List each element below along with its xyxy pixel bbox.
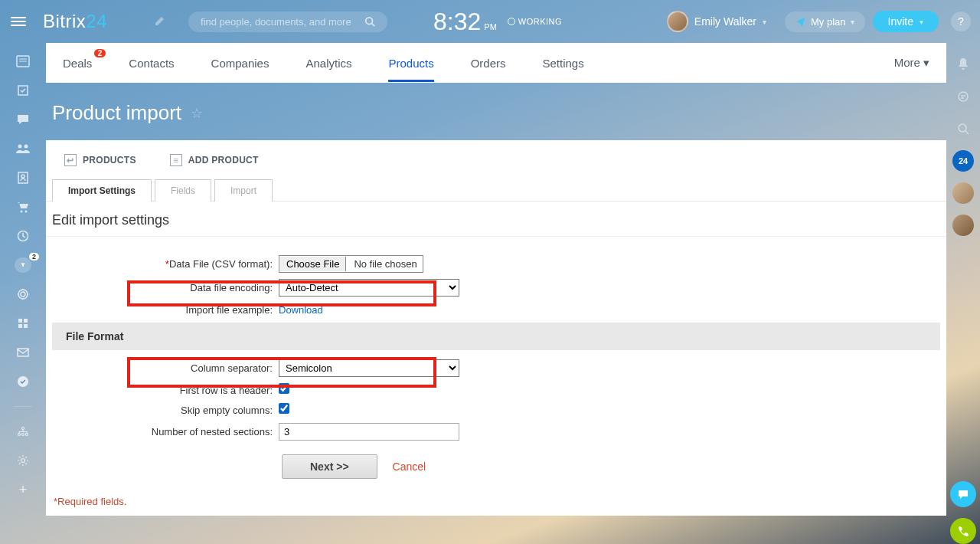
wizard-tab-import-settings[interactable]: Import Settings	[52, 179, 152, 202]
invite-label: Invite	[888, 15, 913, 28]
my-plan-button[interactable]: My plan ▾	[785, 11, 865, 32]
search-icon[interactable]	[952, 118, 974, 139]
contact-avatar-2[interactable]	[952, 215, 974, 236]
file-status: No file chosen	[349, 258, 421, 270]
row-encoding: Data file encoding: Auto-Detect	[52, 279, 940, 297]
check-circle-icon[interactable]	[15, 374, 31, 389]
call-button[interactable]	[950, 518, 976, 544]
b24-badge[interactable]: 24	[952, 150, 974, 172]
svg-point-13	[18, 290, 28, 299]
tab-more[interactable]: More ▾	[894, 56, 929, 70]
search-input[interactable]	[201, 16, 364, 28]
chevron-down-icon: ▾	[851, 18, 854, 26]
action-row: ↩ PRODUCTS ≡ ADD PRODUCT	[46, 140, 946, 174]
status-label: WORKING	[518, 17, 562, 26]
svg-point-10	[21, 211, 23, 213]
encoding-select[interactable]: Auto-Detect	[279, 279, 459, 297]
separator-label: Column separator:	[52, 362, 279, 374]
chevron-down-icon: ▾	[763, 18, 766, 26]
tab-settings[interactable]: Settings	[543, 44, 584, 82]
chevron-down-icon: ▾	[923, 56, 929, 69]
tab-products[interactable]: Products	[388, 44, 433, 82]
button-row: Next >> Cancel	[282, 454, 940, 479]
logo[interactable]: Bitrix24	[43, 11, 107, 32]
avatar	[667, 11, 688, 32]
status-dot-icon	[508, 18, 515, 25]
download-link[interactable]: Download	[279, 304, 323, 316]
tasks-icon[interactable]	[15, 83, 31, 98]
help-button[interactable]: ?	[951, 11, 971, 31]
svg-point-14	[21, 292, 25, 297]
groups-icon[interactable]	[15, 141, 31, 156]
clock-ampm: PM	[484, 22, 497, 31]
chatbubble-icon[interactable]	[952, 86, 974, 107]
feed-icon[interactable]	[15, 54, 31, 69]
skip-empty-checkbox[interactable]	[279, 403, 289, 414]
page-title-row: Product import ☆	[46, 83, 946, 140]
cancel-link[interactable]: Cancel	[393, 460, 426, 473]
left-sidebar: 2 +	[0, 43, 46, 544]
search-icon[interactable]	[364, 16, 375, 27]
time-icon[interactable]	[15, 228, 31, 244]
tab-orders[interactable]: Orders	[471, 44, 506, 82]
top-bar: Bitrix24 8:32 PM WORKING Emily Walker ▾ …	[0, 0, 980, 43]
clock[interactable]: 8:32 PM	[433, 8, 497, 36]
mail-icon[interactable]	[15, 345, 31, 360]
invite-button[interactable]: Invite ▾	[873, 11, 939, 32]
section-heading: Edit import settings	[46, 202, 946, 237]
first-row-label: First row is a header:	[52, 385, 279, 396]
wizard-tab-fields[interactable]: Fields	[155, 179, 211, 202]
crm-badge: 2	[29, 253, 39, 261]
nested-input[interactable]	[279, 423, 459, 441]
separator-select[interactable]: Semicolon	[279, 359, 459, 377]
star-icon[interactable]: ☆	[191, 105, 203, 122]
row-first-row-header: First row is a header:	[52, 383, 940, 397]
menu-toggle-icon[interactable]	[9, 12, 28, 31]
tab-contacts[interactable]: Contacts	[129, 44, 174, 82]
svg-rect-16	[24, 319, 28, 323]
next-button[interactable]: Next >>	[282, 454, 377, 479]
data-file-label: *Data File (CSV format):	[52, 258, 279, 270]
row-data-file: *Data File (CSV format): Choose File No …	[52, 255, 940, 273]
svg-point-0	[366, 18, 373, 25]
row-example: Import file example: Download	[52, 303, 940, 316]
chat-icon[interactable]	[15, 112, 31, 127]
work-status[interactable]: WORKING	[508, 17, 562, 26]
user-menu[interactable]: Emily Walker ▾	[667, 11, 766, 32]
svg-rect-15	[18, 319, 22, 323]
target-icon[interactable]	[15, 287, 31, 302]
sitemap-icon[interactable]	[15, 424, 31, 439]
products-action[interactable]: ↩ PRODUCTS	[64, 154, 136, 166]
first-row-checkbox[interactable]	[279, 383, 289, 394]
divider	[14, 406, 32, 407]
gear-icon[interactable]	[15, 453, 31, 468]
bell-icon[interactable]	[952, 54, 974, 75]
row-skip-empty: Skip empty columns:	[52, 403, 940, 417]
tab-analytics[interactable]: Analytics	[305, 44, 351, 82]
wizard-tab-import[interactable]: Import	[214, 179, 273, 202]
add-product-action[interactable]: ≡ ADD PRODUCT	[170, 154, 259, 166]
back-icon: ↩	[64, 154, 77, 166]
svg-point-24	[26, 434, 28, 436]
nested-label: Number of nested sections:	[52, 426, 279, 437]
tab-companies[interactable]: Companies	[211, 44, 270, 82]
svg-point-22	[18, 434, 21, 436]
plus-icon[interactable]: +	[15, 482, 31, 497]
svg-point-26	[959, 92, 968, 101]
edit-icon[interactable]	[153, 15, 165, 28]
widget-button[interactable]	[950, 481, 976, 507]
apps-icon[interactable]	[15, 316, 31, 331]
crm-icon[interactable]: 2	[15, 257, 31, 273]
svg-rect-18	[24, 324, 28, 328]
nav-tabs: Deals 2 Contacts Companies Analytics Pro…	[46, 43, 946, 83]
row-separator: Column separator: Semicolon	[52, 359, 940, 377]
logo-number: 24	[86, 11, 107, 31]
svg-point-23	[22, 434, 24, 436]
cart-icon[interactable]	[15, 199, 31, 215]
search-box[interactable]	[188, 11, 387, 32]
file-format-heading: File Format	[52, 323, 940, 350]
choose-file-button[interactable]: Choose File	[280, 257, 346, 271]
contact-icon[interactable]	[15, 170, 31, 185]
contact-avatar-1[interactable]	[952, 182, 974, 204]
tab-deals[interactable]: Deals 2	[63, 44, 92, 82]
